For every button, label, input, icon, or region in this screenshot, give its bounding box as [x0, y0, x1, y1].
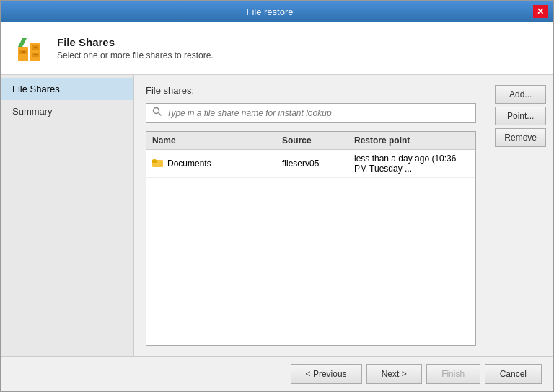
sidebar-item-file-shares[interactable]: File Shares [1, 78, 133, 100]
window: File restore ✕ File Shares S [0, 0, 554, 392]
cell-name: Documents [146, 153, 276, 174]
cell-source: fileserv05 [276, 155, 348, 172]
svg-line-11 [159, 113, 162, 116]
table-row[interactable]: Documents fileserv05 less than a day ago… [146, 150, 475, 178]
col-name: Name [146, 132, 276, 149]
main-area: File shares: Name Source [134, 75, 553, 356]
finish-button[interactable]: Finish [426, 364, 480, 384]
window-title: File restore [6, 6, 533, 17]
file-shares-label: File shares: [146, 85, 476, 96]
footer: < Previous Next > Finish Cancel [1, 356, 553, 391]
next-button[interactable]: Next > [366, 364, 422, 384]
cancel-button[interactable]: Cancel [485, 364, 542, 384]
file-shares-icon [12, 31, 47, 66]
remove-button[interactable]: Remove [495, 128, 546, 147]
header-subtitle: Select one or more file shares to restor… [57, 50, 214, 61]
title-bar: File restore ✕ [1, 1, 553, 22]
side-buttons: Add... Point... Remove [488, 75, 553, 356]
svg-rect-9 [34, 54, 37, 55]
main-content: File shares: Name Source [134, 75, 488, 356]
add-button[interactable]: Add... [495, 85, 546, 104]
svg-rect-5 [30, 43, 40, 61]
header-text: File Shares Select one or more file shar… [57, 36, 214, 61]
header-title: File Shares [57, 36, 214, 48]
table-header: Name Source Restore point [146, 132, 475, 150]
search-icon [152, 107, 162, 119]
search-box [146, 103, 476, 122]
col-restore-point: Restore point [348, 132, 475, 149]
svg-rect-4 [22, 51, 25, 53]
point-button[interactable]: Point... [495, 107, 546, 125]
col-source: Source [276, 132, 348, 149]
svg-rect-7 [34, 47, 37, 48]
file-shares-table: Name Source Restore point [146, 131, 476, 346]
svg-point-10 [154, 108, 159, 114]
search-input[interactable] [167, 108, 470, 118]
sidebar-item-summary[interactable]: Summary [1, 100, 133, 122]
cell-restore-point: less than a day ago (10:36 PM Tuesday ..… [348, 150, 475, 177]
previous-button[interactable]: < Previous [291, 364, 362, 384]
content-area: File Shares Summary File shares: [1, 75, 553, 356]
header-section: File Shares Select one or more file shar… [1, 22, 553, 75]
svg-marker-0 [18, 38, 27, 47]
close-button[interactable]: ✕ [533, 5, 548, 18]
folder-icon [152, 157, 164, 171]
sidebar: File Shares Summary [1, 75, 134, 356]
